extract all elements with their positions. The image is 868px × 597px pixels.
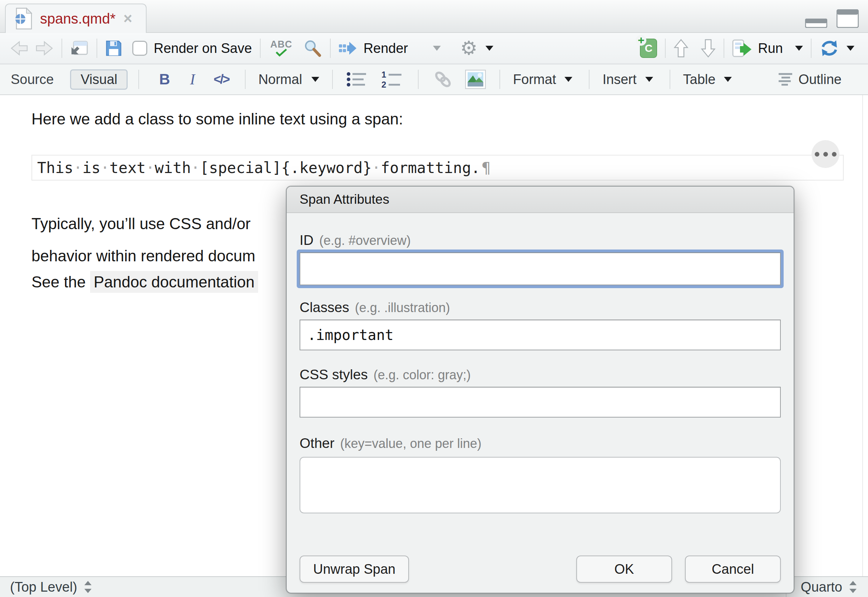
svg-text:1: 1: [381, 70, 386, 79]
toolbar-separator: [61, 39, 62, 58]
save-button[interactable]: [105, 40, 122, 57]
toolbar-separator: [330, 39, 331, 58]
forward-button[interactable]: [34, 40, 53, 56]
outline-toggle[interactable]: Outline: [777, 72, 841, 87]
bullet-list-button[interactable]: [346, 71, 368, 88]
back-arrow-icon: [10, 40, 29, 56]
tab-title: spans.qmd*: [40, 11, 116, 27]
paragraph-style-value: Normal: [258, 72, 302, 87]
css-label-text: CSS styles: [300, 367, 368, 383]
jump-next-button[interactable]: [701, 39, 716, 58]
insert-menu-label: Insert: [602, 72, 637, 87]
toolbar-separator: [724, 39, 724, 58]
maximize-pane-icon[interactable]: [837, 9, 859, 28]
other-attributes-textarea[interactable]: [300, 457, 781, 513]
span-attributes-dialog: Span Attributes ID (e.g. #overview) Clas…: [286, 186, 794, 593]
toolbar-separator: [245, 70, 246, 89]
paragraph-typically-line1: Typically, you’ll use CSS and/or: [31, 215, 251, 232]
visual-mode-button[interactable]: Visual: [70, 69, 128, 90]
dialog-body: ID (e.g. #overview) Classes (e.g. .illus…: [287, 213, 794, 593]
document-type-selector[interactable]: Quarto: [786, 577, 868, 597]
minimize-pane-icon[interactable]: [805, 19, 827, 28]
render-icon: [338, 40, 357, 56]
rerun-button[interactable]: [819, 39, 855, 58]
svg-text:2: 2: [381, 80, 386, 88]
jump-previous-button[interactable]: [674, 39, 688, 58]
classes-input[interactable]: [300, 319, 781, 350]
paragraph-intro: Here we add a class to some inline text …: [31, 110, 403, 128]
find-replace-button[interactable]: [304, 39, 322, 58]
format-toolbar: Source Visual B I </> Normal 1 2: [0, 64, 868, 95]
toolbar-separator: [332, 70, 333, 89]
id-label-hint: (e.g. #overview): [319, 233, 411, 248]
scope-label: (Top Level): [10, 579, 77, 595]
bullet-list-icon: [346, 71, 368, 88]
format-menu[interactable]: Format: [513, 72, 572, 87]
ellipsis-dot: [815, 152, 819, 157]
toolbar-separator: [138, 70, 139, 89]
run-icon: [732, 39, 752, 57]
ellipsis-dot: [832, 152, 837, 157]
insert-menu[interactable]: Insert: [602, 72, 653, 87]
see-the-text: See the: [31, 273, 90, 291]
code-format-button[interactable]: </>: [214, 72, 229, 87]
image-button[interactable]: [465, 70, 486, 89]
link-button[interactable]: [433, 69, 453, 89]
tab-close-icon[interactable]: ×: [123, 11, 132, 26]
spellcheck-button[interactable]: ABC: [269, 40, 294, 56]
block-options-button[interactable]: [812, 140, 840, 168]
open-in-new-window-button[interactable]: [70, 40, 89, 56]
ok-button[interactable]: OK: [576, 555, 672, 583]
back-button[interactable]: [10, 40, 29, 56]
toolbar-separator: [669, 70, 670, 89]
render-on-save-label: Render on Save: [154, 41, 252, 56]
toolbar-separator: [418, 70, 418, 89]
forward-arrow-icon: [34, 40, 53, 56]
unwrap-span-button[interactable]: Unwrap Span: [300, 555, 409, 583]
render-options-caret-icon[interactable]: [433, 46, 441, 51]
source-mode-button[interactable]: Source: [11, 72, 53, 87]
table-menu[interactable]: Table: [683, 72, 732, 87]
search-icon: [304, 39, 322, 58]
render-button[interactable]: Render: [338, 40, 408, 56]
render-on-save-checkbox[interactable]: [132, 41, 147, 56]
run-button[interactable]: Run: [732, 39, 803, 57]
dialog-button-row: Unwrap Span OK Cancel: [300, 555, 781, 583]
id-label-text: ID: [300, 232, 313, 248]
settings-caret-icon: [485, 46, 493, 51]
paragraph-style-dropdown[interactable]: Normal: [258, 72, 319, 87]
tab-spans-qmd[interactable]: spans.qmd* ×: [5, 4, 147, 33]
bold-button[interactable]: B: [159, 71, 170, 88]
up-arrow-icon: [674, 39, 688, 58]
editor-right-gutter: [862, 95, 863, 576]
main-toolbar: Render on Save ABC Render: [0, 33, 868, 64]
insert-chunk-button[interactable]: C +: [640, 39, 657, 58]
rerun-sync-icon: [819, 39, 840, 58]
pandoc-documentation-link[interactable]: Pandoc documentation: [90, 271, 258, 293]
id-field-label: ID (e.g. #overview): [300, 232, 781, 248]
toolbar-separator: [589, 70, 589, 89]
toolbar-separator: [665, 39, 666, 58]
code-block[interactable]: This·is·text·with·[special]{.keyword}·fo…: [31, 155, 844, 181]
italic-button[interactable]: I: [190, 71, 195, 88]
toolbar-separator: [96, 39, 97, 58]
toolbar-separator: [260, 39, 261, 58]
chunk-c-letter: C: [645, 42, 653, 54]
scope-selector[interactable]: (Top Level): [10, 577, 92, 597]
classes-field-label: Classes (e.g. .illustration): [300, 300, 781, 315]
toolbar-separator: [811, 39, 812, 58]
outline-icon: [777, 72, 794, 86]
cancel-button[interactable]: Cancel: [685, 555, 781, 583]
gear-icon: ⚙: [460, 39, 477, 58]
down-arrow-icon: [701, 39, 716, 58]
css-styles-input[interactable]: [300, 387, 781, 417]
render-settings-button[interactable]: ⚙: [460, 39, 493, 58]
numbered-list-button[interactable]: 1 2: [381, 70, 403, 88]
css-label-hint: (e.g. color: gray;): [374, 367, 471, 383]
save-icon: [105, 40, 122, 57]
paragraph-typically-line2: behavior within rendered docum: [31, 247, 255, 264]
paragraph-style-caret-icon: [312, 77, 319, 82]
updown-chevron-icon: [84, 580, 92, 594]
id-input[interactable]: [300, 252, 781, 285]
document-type-label: Quarto: [801, 579, 842, 595]
